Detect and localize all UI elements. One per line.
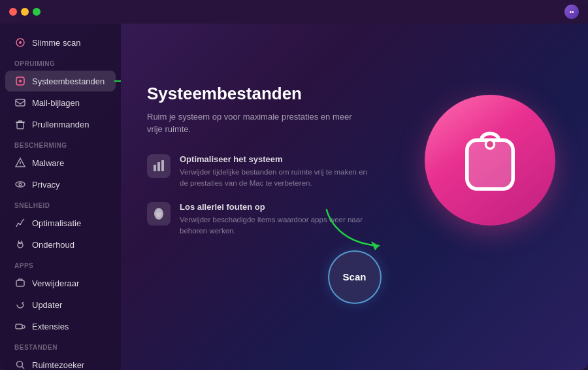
title-bar: •• bbox=[0, 0, 588, 24]
content-left: Systeembestanden Ruim je systeem op voor… bbox=[147, 84, 369, 237]
svg-point-8 bbox=[20, 165, 20, 165]
page-subtitle: Ruim je systeem op voor maximale prestat… bbox=[147, 110, 369, 136]
svg-marker-32 bbox=[371, 241, 379, 250]
feature-desc-fouten: Verwijder beschadigde items waardoor app… bbox=[180, 214, 369, 237]
sidebar-item-systeembestanden[interactable]: Systeembestanden bbox=[5, 71, 116, 92]
svg-line-14 bbox=[22, 219, 24, 221]
svg-point-31 bbox=[485, 140, 494, 148]
sidebar-item-privacy[interactable]: Privacy bbox=[5, 174, 116, 195]
onderhoud-icon bbox=[14, 239, 26, 250]
avatar-icon[interactable]: •• bbox=[564, 5, 579, 19]
traffic-lights bbox=[9, 8, 41, 16]
privacy-icon bbox=[14, 178, 26, 190]
smart-scan-icon bbox=[14, 37, 26, 48]
svg-rect-4 bbox=[16, 99, 25, 106]
mail-icon bbox=[14, 97, 26, 109]
main-layout: Slimme scan Opruiming Systeembestanden bbox=[0, 24, 588, 370]
sidebar-item-onderhoud[interactable]: Onderhoud bbox=[5, 234, 116, 255]
sidebar-item-verwijderaar[interactable]: Verwijderaar bbox=[5, 273, 116, 294]
svg-rect-24 bbox=[154, 165, 156, 171]
page-title: Systeembestanden bbox=[147, 84, 369, 104]
big-icon-area bbox=[418, 88, 562, 232]
bottom-area: Scan bbox=[147, 237, 562, 311]
ruimtezoeker-icon bbox=[14, 359, 26, 370]
scan-button[interactable]: Scan bbox=[328, 250, 382, 304]
feature-list: Optimaliseer het systeem Verwijder tijde… bbox=[147, 154, 369, 237]
svg-point-1 bbox=[19, 41, 22, 44]
section-apps: Apps bbox=[0, 256, 121, 272]
svg-point-9 bbox=[16, 182, 25, 187]
svg-line-19 bbox=[22, 367, 25, 369]
sidebar-item-label-verwijderaar: Verwijderaar bbox=[32, 278, 79, 288]
sidebar-item-label-extensies: Extensies bbox=[32, 322, 69, 331]
sidebar-item-mail-bijlagen[interactable]: Mail-bijlagen bbox=[5, 92, 116, 113]
section-snelheid: Snelheid bbox=[0, 195, 121, 212]
sidebar-item-label-mail: Mail-bijlagen bbox=[32, 98, 80, 108]
feature-desc-optimaliseer: Verwijder tijdelijke bestanden om ruimte… bbox=[180, 167, 369, 190]
sidebar-item-ruimtezoeker[interactable]: Ruimtezoeker bbox=[5, 354, 116, 370]
verwijderaar-icon bbox=[14, 277, 26, 289]
feature-item-fouten: Los allerlei fouten op Verwijder beschad… bbox=[147, 202, 369, 237]
sidebar-item-extensies[interactable]: Extensies bbox=[5, 316, 116, 337]
sidebar-item-label-slimme-scan: Slimme scan bbox=[32, 38, 80, 48]
sidebar-item-label-systeembestanden: Systeembestanden bbox=[32, 76, 105, 86]
maximize-button[interactable] bbox=[33, 8, 41, 16]
section-bescherming: Bescherming bbox=[0, 135, 121, 152]
extensies-icon bbox=[14, 320, 26, 332]
sidebar: Slimme scan Opruiming Systeembestanden bbox=[0, 24, 121, 370]
close-button[interactable] bbox=[9, 8, 17, 16]
sidebar-item-label-malware: Malware bbox=[32, 158, 64, 168]
svg-rect-17 bbox=[16, 324, 22, 329]
section-bestanden: Bestanden bbox=[0, 337, 121, 354]
feature-title-optimaliseer: Optimaliseer het systeem bbox=[180, 154, 369, 164]
feature-item-optimaliseer: Optimaliseer het systeem Verwijder tijde… bbox=[147, 154, 369, 190]
svg-line-11 bbox=[16, 223, 18, 227]
feature-text-fouten: Los allerlei fouten op Verwijder beschad… bbox=[180, 202, 369, 237]
malware-icon bbox=[14, 157, 26, 169]
sidebar-item-label-onderhoud: Onderhoud bbox=[32, 240, 74, 250]
feature-text-optimaliseer: Optimaliseer het systeem Verwijder tijde… bbox=[180, 154, 369, 190]
sidebar-item-label-ruimtezoeker: Ruimtezoeker bbox=[32, 360, 84, 370]
feature-title-fouten: Los allerlei fouten op bbox=[180, 202, 369, 212]
svg-point-10 bbox=[19, 183, 22, 186]
trash-icon bbox=[14, 118, 26, 130]
svg-rect-25 bbox=[157, 162, 160, 171]
sidebar-item-malware[interactable]: Malware bbox=[5, 152, 116, 173]
svg-point-3 bbox=[19, 80, 22, 82]
sidebar-item-slimme-scan[interactable]: Slimme scan bbox=[5, 32, 116, 53]
systeembestanden-icon bbox=[14, 75, 26, 87]
svg-rect-26 bbox=[161, 160, 164, 171]
sidebar-item-label-privacy: Privacy bbox=[32, 180, 60, 190]
sidebar-item-prullenmanden[interactable]: Prullenmanden bbox=[5, 114, 116, 135]
feature-icon-fouten bbox=[147, 202, 171, 226]
optimalisatie-icon bbox=[14, 217, 26, 229]
updater-icon bbox=[14, 299, 26, 311]
svg-rect-16 bbox=[16, 280, 24, 286]
minimize-button[interactable] bbox=[21, 8, 29, 16]
app-window: •• Slimme scan Opruiming bbox=[0, 0, 588, 370]
sidebar-item-label-optimalisatie: Optimalisatie bbox=[32, 218, 81, 228]
svg-point-15 bbox=[18, 243, 23, 248]
feature-icon-optimaliseer bbox=[147, 154, 171, 178]
svg-line-13 bbox=[20, 221, 22, 225]
sidebar-item-updater[interactable]: Updater bbox=[5, 294, 116, 315]
sidebar-item-optimalisatie[interactable]: Optimalisatie bbox=[5, 212, 116, 233]
big-icon-circle bbox=[425, 95, 555, 226]
svg-point-18 bbox=[17, 362, 23, 367]
title-bar-right: •• bbox=[564, 5, 579, 19]
sidebar-item-label-prullenmanden: Prullenmanden bbox=[32, 120, 89, 129]
content-area: Systeembestanden Ruim je systeem op voor… bbox=[121, 24, 588, 370]
tag-icon bbox=[454, 124, 526, 196]
svg-point-28 bbox=[156, 210, 161, 218]
content-inner: Systeembestanden Ruim je systeem op voor… bbox=[147, 84, 562, 237]
section-opruiming: Opruiming bbox=[0, 54, 121, 70]
arrow-annotation bbox=[114, 78, 121, 84]
sidebar-item-label-updater: Updater bbox=[32, 300, 62, 310]
